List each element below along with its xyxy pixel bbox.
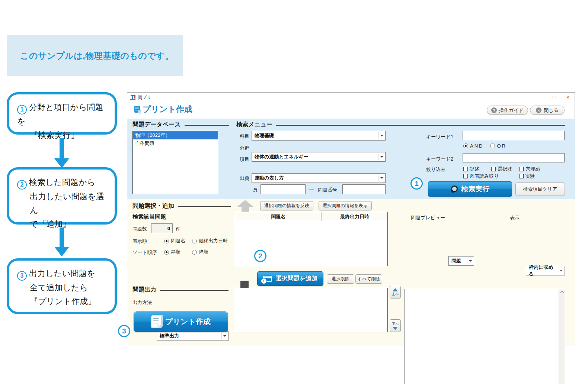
- output-listbox[interactable]: [235, 288, 388, 332]
- search-execute-button[interactable]: 検索実行: [428, 181, 512, 197]
- flow-arrow-1: [54, 138, 69, 168]
- sort-option-desc[interactable]: 降順: [192, 249, 208, 255]
- subject-dropdown[interactable]: 物理基礎: [252, 131, 386, 141]
- sentakushi-checkbox[interactable]: [491, 167, 496, 171]
- filter-sentakushi[interactable]: 選択肢: [491, 166, 512, 172]
- number-label: 問題番号: [318, 187, 337, 193]
- filter-zuhyo[interactable]: 図表読み取り: [463, 173, 499, 180]
- move-down-button[interactable]: 下へ: [390, 319, 401, 332]
- flow-step-2: 2検索した問題から 出力したい問題を選ん で『追加』: [7, 167, 117, 225]
- results-table-header: 問題名 最終出力日時: [235, 212, 387, 221]
- step1-badge: 1: [17, 105, 27, 114]
- preview-pane: [404, 289, 565, 384]
- search-clear-button[interactable]: 検索項目クリア: [515, 182, 565, 196]
- keyword1-input[interactable]: [463, 131, 565, 140]
- search-icon: [451, 185, 458, 193]
- sample-banner-text: このサンプルは,物理基礎のものです。: [20, 50, 174, 62]
- search-menu-section-title: 検索メニュー: [236, 121, 565, 129]
- field-label: 分野: [240, 145, 249, 151]
- count-unit: 件: [176, 226, 180, 232]
- result-title: 検索該当問題: [132, 213, 166, 220]
- step3-line1: 出力したい問題を: [29, 269, 95, 278]
- keyword2-input[interactable]: [463, 153, 565, 162]
- move-up-button[interactable]: 上へ: [390, 286, 401, 299]
- reflect-info-button[interactable]: 選択問題の情報を反映: [260, 201, 313, 210]
- step3-badge: 3: [17, 271, 27, 281]
- add-selected-button[interactable]: 選択問題を追加: [257, 271, 323, 286]
- source-label: 出典: [240, 175, 249, 182]
- divider: [160, 290, 229, 291]
- sort-label: ソート順序: [132, 249, 157, 256]
- output-method-label: 出力方法: [132, 299, 152, 306]
- annotation-2: 2: [254, 250, 266, 262]
- display-mode-dropdown[interactable]: 枠内に収める: [526, 266, 565, 275]
- count-input[interactable]: [151, 223, 173, 233]
- output-method-dropdown[interactable]: 標準出力: [157, 331, 229, 341]
- order-date-radio[interactable]: [192, 239, 197, 243]
- jikken-checkbox[interactable]: [519, 174, 524, 178]
- order-option-name[interactable]: 問題名: [164, 238, 185, 244]
- filter-label: 絞り込み: [426, 166, 446, 173]
- anaume-checkbox[interactable]: [519, 167, 524, 171]
- and-radio-option[interactable]: AND: [463, 143, 483, 149]
- sort-asc-radio[interactable]: [164, 250, 169, 255]
- page-input[interactable]: [261, 184, 306, 194]
- page-range-dash: —: [309, 187, 314, 192]
- kijutsu-checkbox[interactable]: [463, 167, 468, 171]
- or-radio[interactable]: [490, 143, 495, 148]
- database-listbox[interactable]: 物理（2022年） 自作問題: [132, 131, 218, 194]
- order-label: 表示順: [132, 238, 147, 245]
- remove-selected-button[interactable]: 選択削除: [327, 274, 354, 284]
- titlebar: 問プリ — □ ×: [127, 93, 575, 102]
- keyword1-label: キーワード1: [426, 133, 453, 140]
- scroll-up-icon[interactable]: [560, 291, 564, 294]
- maximize-button[interactable]: □: [553, 94, 556, 100]
- guide-button[interactable]: ? 操作ガイド: [487, 106, 528, 115]
- add-card-icon: [263, 276, 272, 282]
- page-title: プリント作成: [134, 104, 192, 115]
- close-button[interactable]: × 閉じる: [530, 106, 565, 115]
- subject-label: 科目: [240, 133, 249, 140]
- and-or-radios: AND OR: [463, 143, 506, 149]
- item-dropdown[interactable]: 運動の表し方: [252, 173, 386, 183]
- filter-anaume[interactable]: 穴埋め: [519, 166, 540, 172]
- sort-option-asc[interactable]: 昇順: [164, 249, 180, 255]
- order-option-date[interactable]: 最終出力日時: [192, 238, 228, 244]
- filter-jikken[interactable]: 実験: [519, 173, 535, 180]
- preview-type-dropdown[interactable]: 問題: [448, 256, 474, 266]
- down-arrow-icon: [393, 327, 398, 330]
- keyword2-label: キーワード2: [426, 156, 453, 162]
- selection-section: 問題選択・追加 選択問題の情報を反映 選択問題の情報を表示 問題名 最終出力日時…: [127, 199, 575, 346]
- minimize-button[interactable]: —: [537, 94, 542, 100]
- print-create-button[interactable]: プリント作成: [134, 312, 228, 332]
- question-icon: ?: [491, 107, 497, 113]
- selection-section-title: 問題選択・追加: [132, 202, 231, 210]
- field-dropdown[interactable]: 物体の運動とエネルギー: [252, 152, 386, 162]
- close-window-button[interactable]: ×: [566, 94, 569, 100]
- column-problem-name[interactable]: 問題名: [235, 212, 322, 221]
- and-radio[interactable]: [463, 143, 468, 148]
- app-icon: [130, 95, 135, 100]
- annotation-1: 1: [410, 177, 423, 190]
- page: このサンプルは,物理基礎のものです。 1分野と項目から問題を 『検索実行』 2検…: [0, 0, 588, 384]
- sort-desc-radio[interactable]: [192, 250, 197, 255]
- number-input[interactable]: [342, 184, 386, 194]
- preview-scrollbar[interactable]: [559, 289, 565, 384]
- up-arrow-icon: [393, 288, 398, 291]
- search-section: 問題データベース 物理（2022年） 自作問題 検索メニュー 科目 物理基礎 分…: [127, 119, 575, 199]
- show-info-button[interactable]: 選択問題の情報を表示: [319, 201, 372, 210]
- divider: [276, 125, 565, 126]
- database-item-selected[interactable]: 物理（2022年）: [133, 131, 218, 139]
- step3-line3: 『プリント作成』: [17, 294, 112, 308]
- step2-line1: 検索した問題から: [29, 178, 95, 187]
- filter-kijutsu[interactable]: 記述: [463, 166, 479, 172]
- remove-all-button[interactable]: すべて削除: [355, 274, 382, 284]
- print-title-icon: [134, 106, 140, 113]
- step3-line2: 全て追加したら: [17, 281, 112, 294]
- order-name-radio[interactable]: [164, 239, 169, 243]
- flow-arrow-2: [54, 228, 69, 256]
- or-radio-option[interactable]: OR: [490, 143, 506, 149]
- column-last-output[interactable]: 最終出力日時: [322, 212, 387, 221]
- zuhyo-checkbox[interactable]: [463, 174, 468, 178]
- database-item[interactable]: 自作問題: [133, 139, 218, 148]
